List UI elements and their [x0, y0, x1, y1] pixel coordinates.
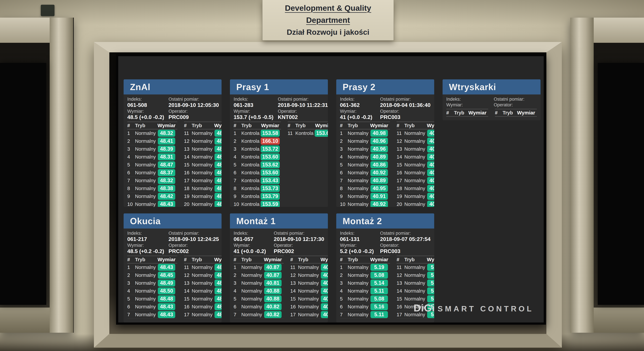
measurement-row: 12Normalny48.39: [184, 137, 222, 145]
pomiar-label: Ostatni pomiar:: [274, 230, 324, 236]
measurement-badge-ok: 40.84: [321, 303, 328, 310]
row-mode: Normalny: [192, 146, 212, 152]
pomiar-label: Ostatni pomiar:: [278, 97, 328, 102]
panel-header: Okucia: [124, 213, 222, 228]
row-mode: Normalny: [192, 194, 212, 199]
row-mode: Normalny: [348, 296, 368, 302]
measurement-row: 16Normalny40.93: [397, 169, 434, 177]
measurement-row: 5Normalny48.48: [127, 295, 177, 303]
col-wymiar: Wymiar: [156, 257, 177, 262]
measurement-row: 5Normalny48.47: [127, 161, 177, 169]
measurement-badge-ok: 153.59: [260, 201, 280, 207]
measurement-badge-ok: 5.11: [370, 287, 388, 294]
measurement-badge-ok: 40.93: [427, 169, 434, 176]
row-mode: Normalny: [348, 288, 368, 294]
row-number: 16: [184, 304, 192, 309]
measurement-row: 5Normalny40.88: [234, 295, 284, 303]
operator-label: Operator:: [380, 109, 430, 114]
row-number: 6: [127, 170, 135, 176]
wymiar-label: Wymiar:: [340, 109, 376, 114]
measurement-badge-ok: 153.58: [260, 130, 280, 137]
col-wymiar: Wymiar: [425, 123, 434, 128]
measurement-row: 11Normalny5.12: [397, 263, 434, 271]
measurement-row: 12Normalny5.13: [397, 271, 434, 279]
measurement-badge-ok: 48.41: [158, 138, 175, 145]
row-number: 5: [127, 296, 135, 302]
measurement-row: 4Normalny40.88: [234, 287, 284, 295]
measurement-badge-ok: 40.92: [370, 169, 388, 176]
row-number: 7: [340, 312, 348, 317]
measurement-row: 8Normalny48.38: [127, 185, 177, 192]
measurement-badge-ok: 40.96: [427, 153, 434, 160]
measurement-row: 11Normalny40.95: [397, 129, 434, 137]
row-mode: Normalny: [348, 201, 368, 207]
panel-prasy-1: Prasy 1 Indeks:061-283 Ostatni pomiar:20…: [230, 79, 328, 207]
row-mode: Kontrola: [241, 178, 260, 183]
col-wymiar: Wymiar: [260, 123, 281, 128]
row-mode: Normalny: [192, 272, 212, 278]
measurement-badge-ok: 48.43: [158, 201, 175, 207]
col-wymiar: Wymiar: [262, 257, 284, 262]
measurement-badge-ok: 48.39: [158, 145, 175, 153]
measurement-row: 1Normalny5.19: [340, 263, 390, 271]
measurement-badge-ok: 48.43: [158, 311, 175, 318]
pomiar-value: 2018-09-07 05:27:54: [380, 236, 430, 242]
measurement-badge-ok: 153.60: [260, 169, 280, 176]
row-mode: Normalny: [348, 131, 368, 136]
row-mode: Normalny: [348, 146, 368, 152]
row-mode: Normalny: [404, 265, 425, 270]
operator-value: PRC003: [380, 114, 430, 120]
pomiar-value: 2018-09-10 12:24:25: [168, 236, 219, 242]
row-number: 2: [127, 138, 135, 144]
row-number: 19: [397, 194, 404, 199]
row-mode: Normalny: [135, 146, 156, 152]
wymiar-label: Wymiar:: [127, 109, 164, 114]
operator-value: KNT002: [278, 114, 328, 120]
row-number: 9: [234, 194, 241, 199]
col-num: #: [495, 110, 502, 116]
col-tryb: Tryb: [348, 123, 368, 128]
panel-header: Prasy 2: [336, 79, 434, 95]
indeks-label: Indeks:: [340, 230, 376, 236]
row-mode: Normalny: [348, 280, 368, 286]
indeks-value: 061-057: [234, 236, 269, 242]
panel-title: Montaż 1: [230, 216, 276, 226]
table-header: #TrybWymiar: [397, 122, 434, 129]
measurement-row: 4Normalny5.11: [340, 287, 390, 295]
row-mode: Normalny: [298, 304, 319, 309]
col-num: #: [184, 257, 192, 262]
row-mode: Normalny: [404, 138, 425, 144]
measurement-row: 8Normalny40.95: [340, 185, 390, 192]
row-number: 9: [127, 194, 135, 199]
row-number: 1: [340, 131, 348, 136]
right-niche-frame-bottom: [594, 307, 644, 333]
measurement-row: 15Normalny40.94: [397, 161, 434, 169]
row-mode: Normalny: [135, 280, 156, 286]
indeks-label: Indeks:: [234, 97, 273, 102]
panel-info: Indeks:061-131 Ostatni pomiar:2018-09-07…: [336, 228, 434, 255]
measurement-row: 6Normalny48.37: [127, 169, 177, 177]
row-mode: Normalny: [298, 296, 319, 302]
measurement-row: 8Kontrola153.73: [234, 185, 281, 192]
measurement-row: 6Normalny40.92: [340, 169, 390, 177]
measurement-badge-ok: 40.81: [264, 279, 282, 286]
row-mode: Normalny: [135, 154, 156, 160]
measurement-badge-ok: 40.84: [321, 311, 328, 318]
row-mode: Normalny: [241, 265, 262, 270]
measurement-row: 14Normalny40.88: [290, 287, 328, 295]
col-num: #: [127, 257, 135, 262]
panel-montaz-1: Montaż 1 Indeks:061-057 Ostatni pomiar:2…: [230, 213, 328, 322]
measurement-badge-ok: 40.92: [370, 201, 388, 207]
measurement-badge-ok: 40.92: [427, 145, 434, 153]
row-number: 2: [340, 272, 348, 278]
table-header: #TrybWymiar: [234, 256, 284, 263]
measurement-badge-ok: 153.60: [260, 153, 280, 160]
row-number: 16: [290, 304, 298, 309]
row-number: 5: [340, 296, 348, 302]
operator-label: Operator:: [274, 243, 324, 248]
measurement-row: 12Normalny40.93: [397, 137, 434, 145]
measurement-row: 12Normalny40.83: [290, 271, 328, 279]
panel-info: Indeks:061-283 Ostatni pomiar:2018-09-10…: [230, 95, 328, 121]
pomiar-label: Ostatni pomiar:: [168, 230, 219, 236]
row-mode: Kontrola: [241, 138, 260, 144]
